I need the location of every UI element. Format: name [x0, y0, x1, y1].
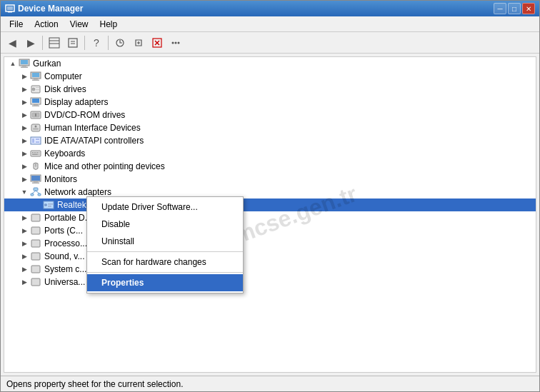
- node-label-monitors: Monitors: [44, 174, 77, 184]
- svg-rect-65: [31, 227, 40, 234]
- svg-rect-40: [36, 139, 39, 140]
- view-button[interactable]: [46, 34, 63, 51]
- expand-disk[interactable]: ▶: [19, 84, 30, 95]
- expand-universal[interactable]: ▶: [19, 276, 30, 288]
- node-label-display: Display adapters: [44, 97, 108, 107]
- expand-network[interactable]: ▼: [19, 186, 30, 198]
- svg-rect-54: [32, 183, 39, 184]
- tree-panel[interactable]: mcse.gen.tr ▲ Gurkan ▶: [4, 56, 536, 373]
- expand-hid[interactable]: ▶: [19, 122, 30, 134]
- svg-point-25: [32, 88, 35, 91]
- svg-rect-43: [32, 152, 34, 154]
- tree-node-monitors[interactable]: ▶ Monitors: [4, 173, 536, 186]
- expand-icon-root[interactable]: ▲: [7, 58, 19, 69]
- svg-rect-31: [32, 106, 39, 107]
- dvd-icon: [30, 109, 41, 121]
- menu-view[interactable]: View: [64, 18, 94, 31]
- portable-icon-svg: [30, 213, 41, 223]
- system-icon: [30, 263, 41, 275]
- computer-root-icon: [19, 59, 30, 69]
- computer-icon-svg: [30, 71, 41, 81]
- close-button[interactable]: ✕: [522, 3, 535, 14]
- tree-node-processor[interactable]: ▶ Processo...: [4, 237, 536, 250]
- tree-node-universal[interactable]: ▶ Universa...: [4, 276, 536, 288]
- svg-rect-3: [49, 38, 59, 48]
- update-button[interactable]: [130, 34, 147, 51]
- status-bar: Opens property sheet for the current sel…: [1, 376, 539, 391]
- tree-node-display[interactable]: ▶ Display adapters: [4, 96, 536, 109]
- disk-icon-svg: [30, 84, 41, 94]
- tree-node-system[interactable]: ▶ System c...: [4, 263, 536, 276]
- uninstall-button[interactable]: [149, 34, 166, 51]
- expand-realtek[interactable]: [31, 199, 43, 211]
- menu-action[interactable]: Action: [29, 18, 64, 31]
- expand-processor[interactable]: ▶: [19, 238, 30, 249]
- expand-monitors[interactable]: ▶: [19, 174, 30, 185]
- svg-rect-56: [31, 194, 34, 196]
- tree-node-realtek[interactable]: Realtek PCIe Family Controller: [4, 198, 536, 211]
- title-bar-left: Device Manager: [5, 4, 83, 14]
- expand-sound[interactable]: ▶: [19, 251, 30, 262]
- forward-button[interactable]: ▶: [22, 34, 39, 51]
- ctx-disable[interactable]: Disable: [87, 216, 243, 233]
- node-label-dvd: DVD/CD-ROM drives: [44, 110, 125, 120]
- minimize-button[interactable]: ─: [494, 3, 506, 14]
- menu-help[interactable]: Help: [94, 18, 124, 31]
- expand-mice[interactable]: ▶: [19, 161, 30, 172]
- tree-node-mice[interactable]: ▶ Mice and other pointing devices: [4, 160, 536, 173]
- svg-rect-29: [32, 99, 39, 103]
- svg-rect-6: [69, 39, 77, 47]
- node-label-processor: Processo...: [44, 238, 87, 248]
- ctx-properties[interactable]: Properties: [87, 274, 243, 291]
- tree-node-disk[interactable]: ▶ Disk drives: [4, 83, 536, 96]
- tree-node-ide[interactable]: ▶ IDE ATA/ATAPI controllers: [4, 134, 536, 147]
- expand-portable[interactable]: ▶: [19, 212, 30, 223]
- svg-rect-66: [31, 240, 40, 247]
- expand-display[interactable]: ▶: [19, 96, 30, 108]
- context-menu: Update Driver Software... Disable Uninst…: [86, 196, 244, 293]
- node-label-computer: Computer: [44, 71, 82, 81]
- svg-rect-47: [32, 154, 38, 156]
- window-title: Device Manager: [18, 4, 83, 14]
- ctx-scan[interactable]: Scan for hardware changes: [87, 253, 243, 271]
- node-label-universal: Universa...: [44, 277, 85, 287]
- tree-node-root[interactable]: ▲ Gurkan: [4, 57, 536, 70]
- expand-system[interactable]: ▶: [19, 263, 30, 275]
- tree-node-dvd[interactable]: ▶ DVD/CD-ROM drives: [4, 109, 536, 121]
- expand-ide[interactable]: ▶: [19, 135, 30, 146]
- tree-node-sound[interactable]: ▶ Sound, v...: [4, 250, 536, 263]
- expand-computer[interactable]: ▶: [19, 71, 30, 82]
- properties-button[interactable]: [64, 34, 81, 51]
- svg-rect-17: [21, 60, 28, 64]
- display-icon-svg: [30, 97, 41, 107]
- svg-rect-62: [48, 203, 53, 205]
- tree-node-computer[interactable]: ▶ Computer: [4, 70, 536, 83]
- back-button[interactable]: ◀: [4, 34, 21, 51]
- mice-icon: [30, 161, 41, 172]
- network-icon: [30, 186, 41, 198]
- node-label-hid: Human Interface Devices: [44, 123, 141, 133]
- expand-dvd[interactable]: ▶: [19, 109, 30, 121]
- sound-icon-svg: [30, 251, 41, 261]
- node-label-ide: IDE ATA/ATAPI controllers: [44, 136, 144, 146]
- processor-icon: [30, 238, 41, 249]
- expand-ports[interactable]: ▶: [19, 225, 30, 236]
- tree-node-hid[interactable]: ▶ Human Interface Devices: [4, 121, 536, 134]
- ctx-update-driver[interactable]: Update Driver Software...: [87, 198, 243, 216]
- menu-file[interactable]: File: [4, 18, 29, 31]
- tree-node-ports[interactable]: ▶ Ports (C...: [4, 224, 536, 237]
- svg-rect-21: [32, 73, 39, 77]
- monitors-icon: [30, 174, 41, 185]
- help-button[interactable]: ?: [88, 34, 105, 51]
- dvd-icon-svg: [30, 110, 41, 120]
- svg-rect-41: [36, 141, 39, 143]
- scan-button[interactable]: [111, 34, 129, 51]
- tree-node-keyboard[interactable]: ▶ Keyboards: [4, 147, 536, 160]
- svg-point-50: [35, 164, 36, 166]
- tree-node-network[interactable]: ▼ Network adapters: [4, 186, 536, 198]
- tree-node-portable[interactable]: ▶ Portable D...: [4, 211, 536, 224]
- toolbar-extra[interactable]: [167, 34, 184, 51]
- ctx-uninstall[interactable]: Uninstall: [87, 233, 243, 250]
- expand-keyboard[interactable]: ▶: [19, 148, 30, 159]
- maximize-button[interactable]: □: [508, 3, 521, 14]
